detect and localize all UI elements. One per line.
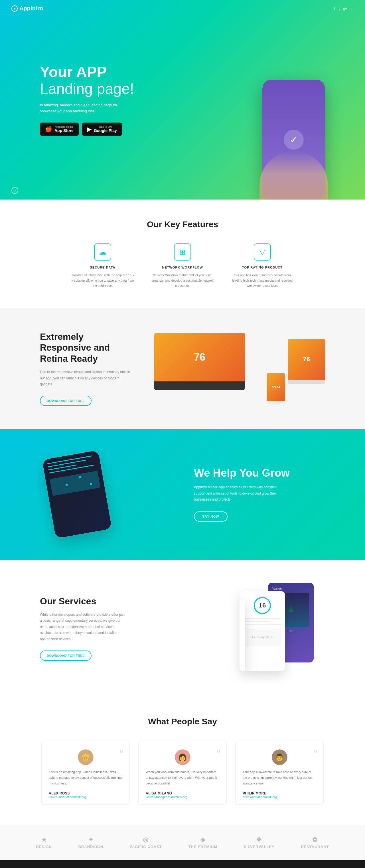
scroll-hint[interactable]: ○ xyxy=(11,187,18,194)
chart-dot xyxy=(65,484,68,486)
responsive-devices: 76 76 127.33 xyxy=(154,333,325,404)
testimonial-role-3: developer at domlink.org xyxy=(243,795,316,799)
rating-icon: ▽ xyxy=(254,243,271,260)
testimonial-role-2: Sales Manager at domlink.org xyxy=(146,795,219,799)
grow-phone-mockup xyxy=(42,450,112,538)
good-morning-text: Good Morning! xyxy=(240,600,245,671)
checkmark-icon: ✓ xyxy=(284,130,304,150)
avatar-image-2: 👩 xyxy=(175,749,190,765)
features-title: Our Key Features xyxy=(0,219,365,229)
nav-google-link[interactable]: g+ xyxy=(343,6,347,10)
brand-brandsign: ✦ BRANDSIGN xyxy=(78,836,103,849)
chart-dot xyxy=(79,476,81,478)
testimonials-section: What People Say 👴 " This is an amazing a… xyxy=(0,697,365,825)
hero-section: Your APP Landing page! Is amazing, moder… xyxy=(0,0,365,199)
appstore-text: Available on the App Store xyxy=(55,125,73,133)
feature-item: ▽ TOP RATING PRODUCT Our app has won num… xyxy=(231,243,294,288)
secure-data-icon: ☁ xyxy=(94,243,111,260)
features-grid: ☁ SECURE DATA Transfer all information w… xyxy=(0,243,365,288)
quote-mark-1: " xyxy=(119,748,124,760)
service-card-front: Good Morning! 16 February 2016 xyxy=(240,591,285,671)
nav-twitter-link[interactable]: t xyxy=(338,6,340,10)
testimonial-card-2: 👩 " When you work with customers, it is … xyxy=(138,741,227,805)
feature-item: ☁ SECURE DATA Transfer all information w… xyxy=(71,243,134,288)
testimonial-name-1: ALEX ROSS xyxy=(49,791,122,795)
android-icon: ▶ xyxy=(87,126,92,132)
brand-premium: ◈ The PREMIUM xyxy=(188,836,217,849)
brand-design: ★ DESIGN xyxy=(36,836,52,849)
tablet-screen: 76 xyxy=(288,339,325,380)
feature-desc-2: Network Workflow feature will let you bu… xyxy=(151,273,214,288)
brand-design-icon: ★ xyxy=(36,836,52,843)
navbar-brand-name: AppIntro xyxy=(20,5,43,12)
testimonial-name-3: PHILIP MORE xyxy=(243,791,316,795)
phone-small-number: 127.33 xyxy=(272,386,280,389)
brand-restaurant: ✿ RESTAURANT xyxy=(301,836,329,849)
services-section: Our Services While other developers and … xyxy=(0,560,365,697)
chart-dot xyxy=(90,483,92,485)
laptop-device: 76 xyxy=(154,333,245,390)
card-line xyxy=(244,618,281,619)
brand-restaurant-icon: ✿ xyxy=(301,836,329,843)
try-now-button[interactable]: TRY NOW xyxy=(194,512,227,522)
apple-icon: 🍎 xyxy=(45,126,52,132)
laptop-screen: 76 xyxy=(154,333,245,381)
feature-title-3: TOP RATING PRODUCT xyxy=(231,266,294,269)
avatar-image-3: 👨 xyxy=(272,749,287,765)
service-number: 16 xyxy=(254,597,271,614)
brands-section: ★ DESIGN ✦ BRANDSIGN ◎ Pacific Coast ◈ T… xyxy=(0,825,365,860)
brand-premium-icon: ◈ xyxy=(188,836,217,843)
testimonial-text-3: Your app allowed me to take care of ever… xyxy=(243,769,316,786)
brand-pacific-icon: ◎ xyxy=(130,836,162,843)
feature-desc-1: Transfer all information with the help o… xyxy=(71,273,134,288)
googleplay-button[interactable]: ▶ GET IT ON Google Play xyxy=(82,123,122,136)
feature-title-2: NETWORK WORKFLOW xyxy=(151,266,214,269)
grow-title: We Help You Grow xyxy=(194,467,325,479)
feature-item: ⊞ NETWORK WORKFLOW Network Workflow feat… xyxy=(151,243,214,288)
grow-section: We Help You Grow AppIntro Mobile App ena… xyxy=(0,429,365,560)
services-title: Our Services xyxy=(40,596,125,607)
brand-pacific: ◎ Pacific Coast xyxy=(130,836,162,849)
feature-title-1: SECURE DATA xyxy=(71,266,134,269)
googleplay-text: GET IT ON Google Play xyxy=(94,125,117,133)
testimonials-grid: 👴 " This is an amazing app. Once I insta… xyxy=(23,741,342,805)
phone-small-screen: 127.33 xyxy=(267,373,285,401)
grow-desc: AppIntro Mobile App enables all its user… xyxy=(194,484,279,503)
grow-phone xyxy=(40,452,171,537)
quote-mark-3: " xyxy=(313,748,318,760)
navbar: ● AppIntro f t g+ in xyxy=(0,0,365,17)
hero-phone: ✓ xyxy=(256,80,331,199)
testimonial-text-2: When you work with customers, it is very… xyxy=(146,769,219,786)
appstore-button[interactable]: 🍎 Available on the App Store xyxy=(40,123,79,136)
download-for-free-button[interactable]: DOWNLOAD FOR FREE xyxy=(40,396,92,406)
navbar-logo[interactable]: ● AppIntro xyxy=(11,5,43,12)
responsive-content: Extremely Responsive and Retina Ready Du… xyxy=(40,331,131,406)
footer: ● AppIntro f t g+ in LATEST NEWS ● 05/14… xyxy=(0,860,365,868)
services-desc: While other developers and software prov… xyxy=(40,612,125,643)
brand-silvervalley: ❖ SilverValley xyxy=(244,836,275,849)
card-line xyxy=(244,621,270,622)
navbar-social: f t g+ in xyxy=(334,6,354,10)
avatar-3: 👨 xyxy=(272,749,287,765)
hero-title: Your APP xyxy=(40,64,365,80)
features-section: Our Key Features ☁ SECURE DATA Transfer … xyxy=(0,199,365,308)
nav-linkedin-link[interactable]: in xyxy=(351,6,354,10)
services-download-button[interactable]: DOWNLOAD FOR FREE xyxy=(40,651,92,661)
logo-circle: ● xyxy=(11,5,18,12)
tablet-device: 76 xyxy=(288,339,325,384)
grow-content: We Help You Grow AppIntro Mobile App ena… xyxy=(194,467,325,522)
nav-facebook-link[interactable]: f xyxy=(334,6,335,10)
hero-description: Is amazing, modern and clean landing pag… xyxy=(40,102,123,114)
avatar-image-1: 👴 xyxy=(78,749,94,765)
testimonial-card-1: 👴 " This is an amazing app. Once I insta… xyxy=(41,741,130,805)
avatar-2: 👩 xyxy=(175,749,190,765)
laptop-number: 76 xyxy=(194,351,205,363)
grow-phone-screen xyxy=(42,450,112,538)
brand-silvervalley-icon: ❖ xyxy=(244,836,275,843)
testimonial-role-1: Co-Founder at domlink.org xyxy=(49,795,122,799)
testimonial-card-3: 👨 " Your app allowed me to take care of … xyxy=(235,741,324,805)
phone-small-device: 127.33 xyxy=(267,373,285,404)
brand-brandsign-icon: ✦ xyxy=(78,836,103,843)
services-mockups: Walkthr... 🌲 App Good Morning! 16 Februa… xyxy=(148,583,325,674)
testimonials-title: What People Say xyxy=(23,717,342,726)
